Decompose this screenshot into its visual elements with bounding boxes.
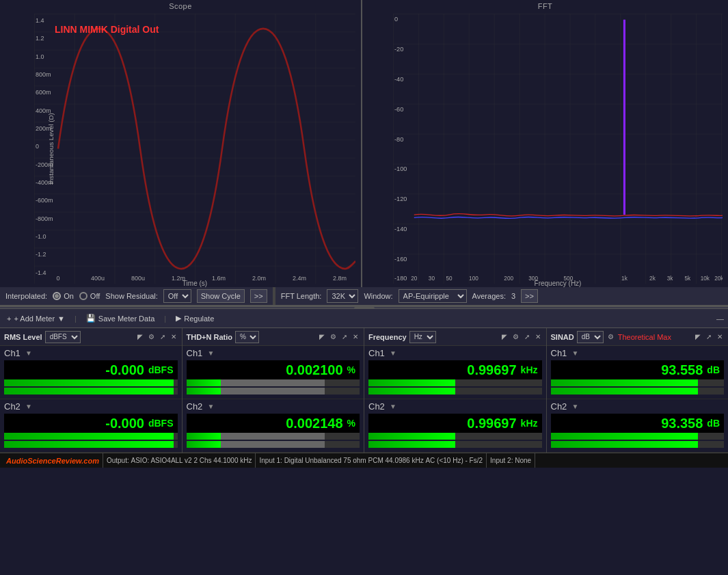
- svg-text:200: 200: [504, 274, 513, 281]
- add-meter-button[interactable]: + + Add Meter ▼: [4, 313, 68, 324]
- rms-ch1-unit: dBFS: [148, 364, 174, 375]
- rms-close-icon[interactable]: ✕: [170, 332, 178, 341]
- interpolated-label: Interpolated:: [5, 292, 47, 300]
- svg-text:800m: 800m: [36, 70, 51, 78]
- show-residual-label: Show Residual:: [105, 292, 157, 300]
- svg-text:1.2: 1.2: [36, 34, 44, 42]
- thd-unit-select[interactable]: %: [235, 331, 259, 343]
- svg-rect-27: [393, 14, 723, 284]
- input1-label: Input 1: Digital Unbalanced 75 ohm PCM 4…: [256, 453, 487, 468]
- rms-ch2-bar: [4, 433, 178, 440]
- svg-text:30: 30: [429, 274, 435, 281]
- sinad-ch2-value: 93.358: [661, 416, 703, 431]
- scope-chart-title: LINN MIMIK Digital Out: [55, 24, 159, 35]
- freq-ch2-arrow[interactable]: ▼: [390, 403, 396, 410]
- svg-text:2.8m: 2.8m: [333, 273, 347, 281]
- sinad-unit-select[interactable]: dB: [577, 331, 604, 343]
- sinad-settings-small[interactable]: ⚙: [606, 332, 615, 341]
- window-label: Window:: [364, 292, 392, 300]
- on-label: On: [64, 292, 74, 300]
- fft-svg: 0 -20 -40 -60 -80 -100 -120 -140 -160 -1…: [393, 14, 723, 284]
- svg-text:1.6m: 1.6m: [212, 273, 226, 281]
- sinad-export-icon[interactable]: ◤: [694, 332, 702, 341]
- thd-icons: ◤ ⚙ ➚ ✕: [318, 332, 360, 341]
- thd-ch1-arrow[interactable]: ▼: [208, 349, 215, 357]
- thd-title: THD+N Ratio: [187, 333, 233, 341]
- svg-text:5k: 5k: [684, 274, 690, 281]
- input1-text-label: Input 1:: [259, 457, 282, 464]
- off-radio-group[interactable]: Off: [79, 292, 100, 300]
- svg-text:600m: 600m: [36, 88, 51, 96]
- svg-text:50: 50: [446, 274, 452, 281]
- sinad-close-icon[interactable]: ✕: [716, 332, 724, 341]
- fft-length-select[interactable]: 32K: [327, 289, 358, 303]
- rms-ch2-arrow[interactable]: ▼: [25, 403, 32, 410]
- freq-title: Frequency: [368, 333, 407, 341]
- show-cycle-button[interactable]: Show Cycle: [197, 289, 245, 303]
- play-icon: ▶: [176, 314, 181, 323]
- rms-unit-select[interactable]: dBFS: [45, 331, 81, 343]
- rms-ch1-arrow[interactable]: ▼: [25, 349, 32, 357]
- sinad-icons: ◤ ➚ ✕: [694, 332, 724, 341]
- show-residual-select[interactable]: Off: [163, 289, 191, 303]
- window-select[interactable]: AP-Equiripple: [399, 289, 467, 303]
- toolbar-dash: —: [716, 315, 724, 323]
- thd-ch2-block: Ch2 ▼ 0.002148 %: [183, 399, 364, 453]
- svg-text:-1.0: -1.0: [36, 232, 46, 240]
- thd-settings-icon[interactable]: ⚙: [329, 332, 338, 341]
- controls-divider: [273, 287, 275, 305]
- freq-export-icon[interactable]: ◤: [500, 332, 509, 341]
- svg-text:400u: 400u: [91, 273, 105, 281]
- freq-close-icon[interactable]: ✕: [534, 332, 542, 341]
- brand-label: AudioScienceReview.com: [3, 453, 103, 468]
- svg-text:1.4: 1.4: [36, 16, 44, 24]
- add-meter-label: + Add Meter: [14, 315, 55, 323]
- svg-text:-20: -20: [394, 45, 403, 53]
- thd-ch1-label: Ch1: [187, 348, 204, 358]
- averages-arrow[interactable]: >>: [521, 289, 538, 303]
- rms-export-icon[interactable]: ​◤: [136, 332, 144, 341]
- input1-format: PCM: [368, 457, 383, 464]
- sinad-title: SINAD: [551, 333, 574, 341]
- sinad-ch1-unit: dB: [707, 364, 720, 375]
- scope-svg: 1.4 1.2 1.0 800m 600m 400m 200m 0 -200m …: [34, 14, 355, 284]
- regulate-button[interactable]: ▶ Regulate: [173, 312, 217, 324]
- sinad-ch1-bar2: [551, 388, 725, 395]
- input2-label: Input 2:: [490, 457, 513, 464]
- freq-ch2-bar: [368, 433, 542, 440]
- sinad-expand-icon[interactable]: ➚: [705, 332, 713, 341]
- sinad-ch1-arrow[interactable]: ▼: [572, 349, 579, 357]
- output-text-label: Output:: [107, 457, 129, 464]
- save-meter-button[interactable]: 💾 Save Meter Data: [83, 312, 158, 324]
- rms-ch1-bar: [4, 379, 178, 386]
- rms-expand-icon[interactable]: ➚: [159, 332, 167, 341]
- freq-expand-icon[interactable]: ➚: [523, 332, 531, 341]
- freq-ch2-display: 0.99697 kHz: [368, 414, 542, 433]
- freq-unit-select[interactable]: Hz: [409, 331, 436, 343]
- freq-ch1-arrow[interactable]: ▼: [390, 349, 396, 357]
- show-cycle-arrow[interactable]: >>: [250, 289, 267, 303]
- off-radio[interactable]: [79, 292, 87, 300]
- sinad-ch2-bar: [551, 433, 725, 440]
- svg-text:-800m: -800m: [36, 214, 53, 222]
- svg-text:100: 100: [469, 274, 478, 281]
- fft-title: FFT: [362, 0, 728, 10]
- thd-close-icon[interactable]: ✕: [351, 332, 360, 341]
- on-radio[interactable]: [53, 292, 61, 300]
- thd-export-icon[interactable]: ◤: [318, 332, 326, 341]
- controls-row: Interpolated: On Off Show Residual: Off …: [0, 287, 728, 306]
- rms-settings-icon[interactable]: ⚙: [147, 332, 156, 341]
- on-radio-group[interactable]: On: [53, 292, 74, 300]
- thd-header: THD+N Ratio % ◤ ⚙ ➚ ✕: [183, 328, 364, 346]
- thd-expand-icon[interactable]: ➚: [340, 332, 349, 341]
- freq-settings-icon[interactable]: ⚙: [511, 332, 520, 341]
- svg-text:-100: -100: [394, 165, 407, 172]
- rms-header: RMS Level dBFS ​◤ ⚙ ➚ ✕: [0, 328, 182, 346]
- rms-panel: RMS Level dBFS ​◤ ⚙ ➚ ✕ Ch1 ▼ -0.000 dBF…: [0, 328, 183, 453]
- sinad-ch2-arrow[interactable]: ▼: [572, 403, 579, 410]
- thd-ch2-arrow[interactable]: ▼: [208, 403, 215, 410]
- rms-ch2-block: Ch2 ▼ -0.000 dBFS: [0, 399, 182, 453]
- svg-text:3k: 3k: [667, 274, 673, 281]
- freq-ch2-unit: kHz: [521, 418, 538, 429]
- fft-panel: FFT 0 -20 -40 -60 -80 -100 -120 -14: [362, 0, 728, 287]
